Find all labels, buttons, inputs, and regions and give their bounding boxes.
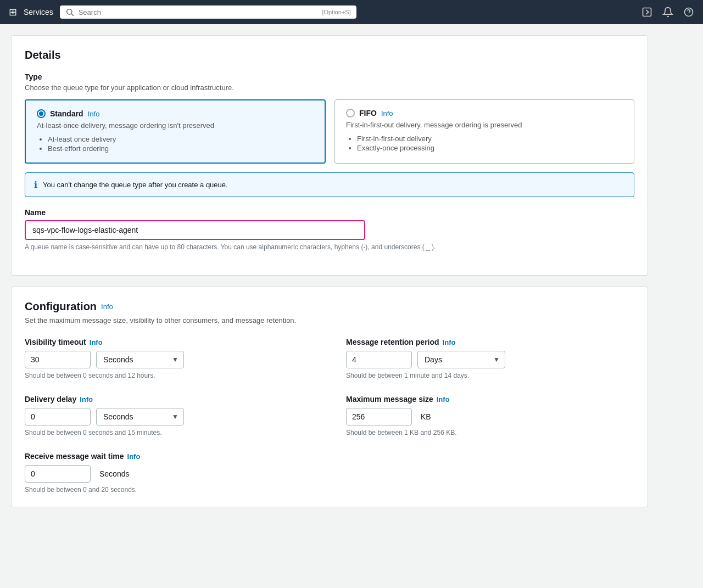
config-description: Set the maximum message size, visibility… [25, 316, 634, 324]
svg-rect-2 [643, 8, 651, 16]
fifo-queue-option[interactable]: FIFO Info First-in-first-out delivery, m… [334, 99, 634, 164]
delivery-delay-unit-select[interactable]: Seconds Minutes [96, 408, 184, 425]
details-title: Details [25, 49, 634, 61]
message-retention-hint: Should be between 1 minute and 14 days. [346, 372, 634, 379]
max-message-size-unit: KB [421, 412, 431, 421]
details-section: Details Type Choose the queue type for y… [11, 35, 648, 276]
info-banner-text: You can't change the queue type after yo… [43, 181, 228, 189]
grid-icon[interactable]: ⊞ [9, 6, 17, 18]
standard-radio[interactable] [37, 109, 46, 118]
search-hint: [Option+S] [322, 9, 350, 15]
fifo-bullet-1: First-in-first-out delivery [357, 135, 623, 143]
max-message-size-group: Maximum message size Info KB Should be b… [346, 395, 634, 436]
search-bar: [Option+S] [60, 5, 356, 19]
info-banner: ℹ You can't change the queue type after … [25, 172, 634, 197]
config-grid: Visibility timeout Info Seconds Minutes … [25, 338, 634, 494]
visibility-timeout-hint: Should be between 0 seconds and 12 hours… [25, 372, 313, 379]
delivery-delay-hint: Should be between 0 seconds and 15 minut… [25, 429, 313, 436]
help-icon[interactable] [683, 7, 694, 18]
info-banner-icon: ℹ [34, 180, 37, 190]
name-input[interactable] [26, 221, 364, 239]
message-retention-unit-select[interactable]: Seconds Minutes Hours Days [417, 351, 505, 368]
queue-type-options: Standard Info At-least-once delivery, me… [25, 99, 634, 164]
message-retention-input-row: Seconds Minutes Hours Days ▼ [346, 351, 634, 368]
message-retention-unit-wrapper: Seconds Minutes Hours Days ▼ [417, 351, 505, 368]
search-input[interactable] [79, 8, 318, 16]
standard-queue-header: Standard Info [37, 109, 314, 118]
standard-queue-name: Standard [50, 109, 83, 118]
max-message-size-input[interactable] [346, 408, 412, 425]
delivery-delay-info[interactable]: Info [80, 395, 93, 404]
standard-bullets: At-least once delivery Best-effort order… [37, 135, 314, 153]
visibility-timeout-input-row: Seconds Minutes Hours ▼ [25, 351, 313, 368]
receive-wait-time-hint: Should be between 0 and 20 seconds. [25, 486, 313, 494]
delivery-delay-input[interactable] [25, 408, 91, 425]
receive-wait-time-unit: Seconds [99, 469, 129, 478]
delivery-delay-group: Delivery delay Info Seconds Minutes ▼ Sh… [25, 395, 313, 436]
name-section: Name A queue name is case-sensitive and … [25, 208, 634, 251]
services-label[interactable]: Services [24, 8, 53, 16]
type-description: Choose the queue type for your applicati… [25, 83, 634, 92]
message-retention-label: Message retention period Info [346, 338, 634, 346]
search-icon [65, 8, 74, 16]
visibility-timeout-unit-select[interactable]: Seconds Minutes Hours [96, 351, 184, 368]
fifo-radio[interactable] [346, 109, 355, 117]
standard-bullet-1: At-least once delivery [48, 135, 314, 143]
name-label: Name [25, 208, 634, 217]
visibility-timeout-info[interactable]: Info [90, 338, 103, 346]
max-message-size-label: Maximum message size Info [346, 395, 634, 404]
config-info-link[interactable]: Info [101, 303, 113, 311]
standard-subdesc: At-least-once delivery, message ordering… [37, 121, 314, 130]
page-content: Details Type Choose the queue type for y… [0, 24, 659, 529]
receive-wait-time-group: Receive message wait time Info Seconds S… [25, 452, 313, 494]
name-hint: A queue name is case-sensitive and can h… [25, 243, 634, 251]
configuration-section: Configuration Info Set the maximum messa… [11, 287, 648, 507]
type-label: Type [25, 72, 634, 81]
standard-queue-option[interactable]: Standard Info At-least-once delivery, me… [25, 99, 326, 164]
top-nav: ⊞ Services [Option+S] [0, 0, 703, 24]
delivery-delay-input-row: Seconds Minutes ▼ [25, 408, 313, 425]
terminal-icon[interactable] [641, 7, 652, 18]
message-retention-group: Message retention period Info Seconds Mi… [346, 338, 634, 379]
standard-bullet-2: Best-effort ordering [48, 144, 314, 153]
standard-info-link[interactable]: Info [88, 110, 100, 118]
fifo-queue-name: FIFO [359, 109, 377, 117]
bell-icon[interactable] [662, 7, 673, 18]
max-message-size-input-row: KB [346, 408, 634, 425]
fifo-info-link[interactable]: Info [381, 109, 393, 117]
svg-point-0 [66, 9, 71, 14]
receive-wait-time-info[interactable]: Info [127, 452, 141, 461]
config-title: Configuration [25, 300, 97, 313]
fifo-subdesc: First-in-first-out delivery, message ord… [346, 121, 623, 129]
message-retention-input[interactable] [346, 351, 412, 368]
type-section: Type Choose the queue type for your appl… [25, 72, 634, 197]
visibility-timeout-label: Visibility timeout Info [25, 338, 313, 346]
fifo-queue-header: FIFO Info [346, 109, 623, 117]
svg-line-1 [71, 14, 74, 16]
receive-wait-time-input-row: Seconds [25, 465, 313, 483]
max-message-size-hint: Should be between 1 KB and 256 KB. [346, 429, 634, 436]
name-input-wrapper [25, 220, 365, 240]
visibility-timeout-unit-wrapper: Seconds Minutes Hours ▼ [96, 351, 184, 368]
nav-icons [641, 7, 694, 18]
fifo-bullets: First-in-first-out delivery Exactly-once… [346, 135, 623, 152]
delivery-delay-label: Delivery delay Info [25, 395, 313, 404]
fifo-bullet-2: Exactly-once processing [357, 144, 623, 152]
receive-wait-time-input[interactable] [25, 465, 91, 483]
max-message-size-info[interactable]: Info [437, 395, 450, 404]
receive-wait-time-label: Receive message wait time Info [25, 452, 313, 461]
message-retention-info[interactable]: Info [443, 338, 456, 346]
delivery-delay-unit-wrapper: Seconds Minutes ▼ [96, 408, 184, 425]
visibility-timeout-input[interactable] [25, 351, 91, 368]
config-header: Configuration Info [25, 300, 634, 313]
visibility-timeout-group: Visibility timeout Info Seconds Minutes … [25, 338, 313, 379]
